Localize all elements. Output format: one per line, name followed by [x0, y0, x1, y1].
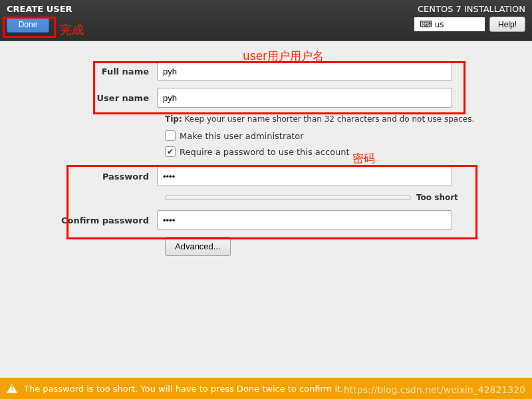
- done-button[interactable]: Done: [7, 17, 49, 33]
- tip-prefix: Tip:: [165, 114, 182, 124]
- require-password-label: Require a password to use this account: [180, 147, 350, 157]
- password-strength-label: Too short: [416, 193, 458, 202]
- username-tip: Tip: Keep your user name shorter than 32…: [165, 114, 532, 124]
- password-label: Password: [0, 172, 157, 182]
- fullname-row: Full name: [0, 61, 532, 81]
- confirm-password-row: Confirm password: [0, 210, 532, 230]
- password-strength-row: Too short: [165, 193, 532, 202]
- header-bar: CREATE USER Done CENTOS 7 INSTALLATION ⌨…: [0, 0, 532, 41]
- help-button[interactable]: Help!: [489, 17, 525, 32]
- require-password-checkbox-row[interactable]: ✔ Require a password to use this account: [165, 146, 532, 157]
- warning-bar: The password is too short. You will have…: [0, 378, 532, 399]
- admin-checkbox[interactable]: [165, 130, 176, 141]
- confirm-password-label: Confirm password: [0, 215, 157, 225]
- page-title: CREATE USER: [7, 4, 72, 14]
- keyboard-icon: ⌨: [420, 19, 432, 29]
- fullname-label: Full name: [0, 66, 157, 76]
- username-row: User name: [0, 88, 532, 108]
- password-input[interactable]: [157, 166, 452, 186]
- warning-icon: [7, 384, 17, 393]
- header-controls: ⌨ us Help!: [414, 17, 525, 32]
- header-right: CENTOS 7 INSTALLATION ⌨ us Help!: [414, 4, 525, 37]
- require-password-checkbox[interactable]: ✔: [165, 146, 176, 157]
- tip-text: Keep your user name shorter than 32 char…: [182, 114, 475, 124]
- username-label: User name: [0, 93, 157, 103]
- header-left: CREATE USER Done: [7, 4, 72, 37]
- fullname-input[interactable]: [157, 61, 452, 81]
- admin-checkbox-row[interactable]: Make this user administrator: [165, 130, 532, 141]
- create-user-form: Full name User name Tip: Keep your user …: [0, 41, 532, 256]
- username-input[interactable]: [157, 88, 452, 108]
- admin-checkbox-label: Make this user administrator: [180, 131, 304, 141]
- password-strength-bar: [165, 195, 411, 200]
- installer-title: CENTOS 7 INSTALLATION: [418, 4, 525, 14]
- password-row: Password: [0, 166, 532, 186]
- warning-text: The password is too short. You will have…: [24, 384, 343, 394]
- keyboard-layout-label: us: [435, 20, 444, 29]
- keyboard-layout-selector[interactable]: ⌨ us: [414, 17, 485, 32]
- advanced-button[interactable]: Advanced...: [165, 237, 231, 256]
- confirm-password-input[interactable]: [157, 210, 452, 230]
